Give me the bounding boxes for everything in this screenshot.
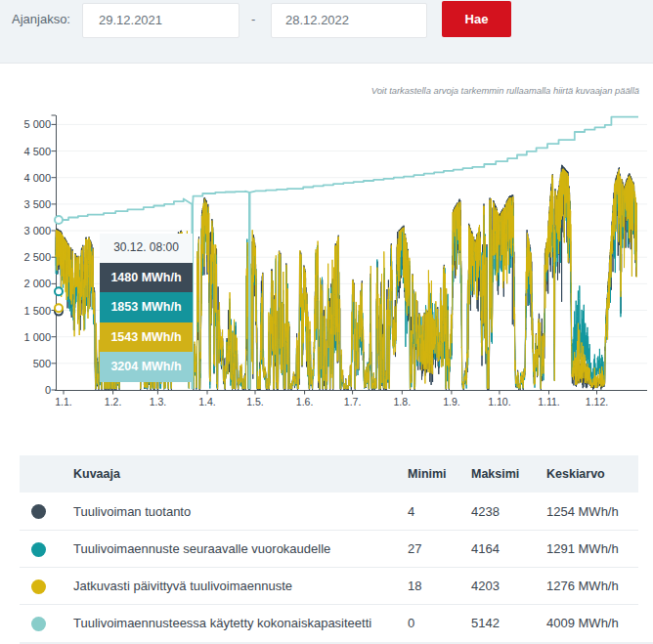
svg-text:5 000: 5 000 (23, 118, 51, 130)
svg-text:1.10.: 1.10. (488, 396, 510, 408)
svg-text:4 000: 4 000 (23, 172, 51, 184)
svg-text:1.7.: 1.7. (344, 396, 362, 408)
svg-text:1.6.: 1.6. (296, 396, 314, 408)
svg-text:1.3.: 1.3. (150, 396, 167, 408)
svg-text:0: 0 (45, 384, 51, 396)
svg-text:1.9.: 1.9. (443, 396, 460, 408)
svg-text:3 000: 3 000 (23, 225, 51, 236)
svg-text:2 000: 2 000 (23, 278, 51, 289)
svg-text:4 500: 4 500 (23, 146, 51, 157)
svg-text:1.11.: 1.11. (538, 396, 560, 408)
svg-text:3 500: 3 500 (23, 198, 51, 210)
svg-text:1 000: 1 000 (23, 331, 51, 343)
svg-text:1.1.: 1.1. (55, 396, 72, 408)
svg-text:1.8.: 1.8. (394, 396, 412, 408)
svg-text:500: 500 (33, 358, 51, 369)
svg-text:1.2.: 1.2. (105, 396, 122, 408)
svg-text:1 500: 1 500 (23, 305, 51, 317)
svg-text:1.12.: 1.12. (586, 396, 608, 408)
svg-text:1.4.: 1.4. (198, 396, 216, 408)
svg-text:1.5.: 1.5. (246, 396, 264, 408)
svg-text:2 500: 2 500 (23, 251, 51, 263)
